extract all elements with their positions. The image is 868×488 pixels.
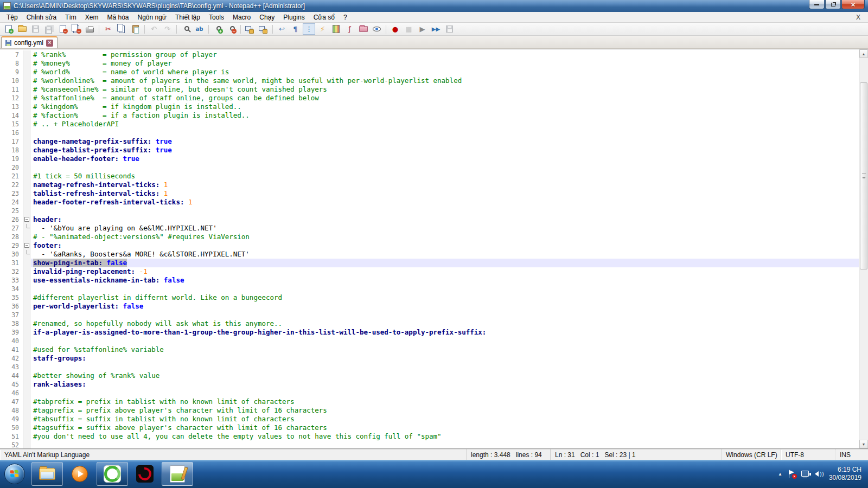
- code-line-19[interactable]: 19enable-header-footer: true: [0, 155, 859, 163]
- code-line-52[interactable]: 52: [0, 441, 859, 448]
- zoom-in-icon[interactable]: +: [212, 23, 224, 35]
- code-line-10[interactable]: 10# %worldonline% = amount of players in…: [0, 76, 859, 85]
- vertical-scrollbar[interactable]: ▲ ▼: [859, 49, 868, 448]
- find-icon[interactable]: [180, 23, 192, 35]
- taskbar-button-windows-explorer[interactable]: [31, 462, 63, 486]
- tab-config-yml[interactable]: config.yml ×: [1, 36, 58, 48]
- save-file-icon[interactable]: [29, 23, 42, 35]
- code-line-26[interactable]: 26header:: [0, 215, 859, 224]
- code-line-11[interactable]: 11# %canseeonline% = similar to online, …: [0, 85, 859, 94]
- taskbar-button-notepad-plus-plus[interactable]: [162, 462, 193, 486]
- menu-item[interactable]: Plugins: [279, 12, 309, 22]
- macro-run-multiple-icon[interactable]: ▶▶: [430, 23, 442, 35]
- menu-item[interactable]: Tệp: [2, 12, 22, 22]
- menu-item[interactable]: ?: [339, 12, 352, 22]
- code-line-14[interactable]: 14# %faction% = if a faction plugin is i…: [0, 111, 859, 120]
- minimize-button[interactable]: [809, 0, 825, 9]
- indent-guide-icon[interactable]: ⋮: [303, 23, 315, 35]
- code-line-25[interactable]: 25: [0, 207, 859, 215]
- menu-item[interactable]: Xem: [81, 12, 103, 22]
- code-line-42[interactable]: 42staff-groups:: [0, 354, 859, 363]
- taskbar-button-windows-media-player[interactable]: [64, 462, 95, 486]
- document-map-icon[interactable]: [330, 23, 342, 35]
- undo-icon[interactable]: ↶: [148, 23, 160, 35]
- code-line-50[interactable]: 50#tagsuffix = suffix above player's cha…: [0, 423, 859, 432]
- paste-icon[interactable]: [129, 23, 142, 35]
- code-line-23[interactable]: 23tablist-refresh-interval-ticks: 1: [0, 189, 859, 198]
- code-line-13[interactable]: 13# %kingdom% = if kingdom plugin is ins…: [0, 102, 859, 111]
- print-icon[interactable]: [84, 23, 96, 35]
- code-line-51[interactable]: 51#you don't need to use all 4, you can …: [0, 432, 859, 441]
- scrollbar-thumb[interactable]: [860, 82, 867, 269]
- code-line-7[interactable]: 7# %rank% = permission group of player: [0, 50, 859, 59]
- close-all-icon[interactable]: −: [70, 23, 82, 35]
- sync-horizontal-scroll-icon[interactable]: [257, 23, 270, 35]
- code-line-46[interactable]: 46: [0, 389, 859, 397]
- save-all-icon[interactable]: [43, 23, 55, 35]
- code-line-15[interactable]: 15# .. + PlaceholderAPI: [0, 120, 859, 129]
- replace-icon[interactable]: ab: [193, 23, 206, 35]
- code-line-43[interactable]: 43: [0, 363, 859, 371]
- folder-as-workspace-icon[interactable]: [357, 23, 369, 35]
- zoom-out-icon[interactable]: −: [225, 23, 238, 35]
- macro-stop-icon[interactable]: ■: [403, 23, 415, 35]
- code-line-39[interactable]: 39if-a-player-is-assigned-to-more-than-1…: [0, 328, 859, 337]
- menu-item[interactable]: Tìm: [61, 12, 81, 22]
- taskbar-button-coc-coc-browser[interactable]: [97, 462, 128, 486]
- close-file-icon[interactable]: −: [56, 23, 69, 35]
- fold-marker-icon[interactable]: [23, 241, 31, 250]
- code-line-28[interactable]: 28# - "%animated-object:versions%" #requ…: [0, 233, 859, 241]
- copy-icon[interactable]: [116, 23, 128, 35]
- code-line-12[interactable]: 12# %staffonline% = amount of staff onli…: [0, 94, 859, 102]
- code-line-17[interactable]: 17change-nametag-prefix-suffix: true: [0, 137, 859, 146]
- menu-item[interactable]: Mã hóa: [103, 12, 133, 22]
- code-line-47[interactable]: 47#tabprefix = prefix in tablist with no…: [0, 397, 859, 406]
- macro-save-icon[interactable]: [443, 23, 456, 35]
- sync-vertical-scroll-icon[interactable]: [244, 23, 256, 35]
- new-file-icon[interactable]: +: [2, 23, 15, 35]
- redo-icon[interactable]: ↷: [161, 23, 174, 35]
- open-file-icon[interactable]: [16, 23, 28, 35]
- code-line-16[interactable]: 16: [0, 129, 859, 137]
- fold-marker-icon[interactable]: [23, 215, 31, 224]
- restore-button[interactable]: [825, 0, 841, 9]
- menu-item[interactable]: Ngôn ngữ: [133, 12, 170, 22]
- code-line-45[interactable]: 45rank-aliases:: [0, 380, 859, 389]
- code-line-33[interactable]: 33use-essentials-nickname-in-tab: false: [0, 276, 859, 285]
- code-line-27[interactable]: 27 - '&bYou are playing on &e&lMC.HYPIXE…: [0, 224, 859, 233]
- tab-close-icon[interactable]: ×: [46, 40, 53, 47]
- menu-item[interactable]: Chỉnh sửa: [22, 12, 61, 22]
- macro-play-icon[interactable]: ▶: [416, 23, 429, 35]
- code-line-49[interactable]: 49#tabsuffix = suffix in tablist with no…: [0, 415, 859, 423]
- define-language-icon[interactable]: ⚡: [316, 23, 329, 35]
- code-line-9[interactable]: 9# %world% = name of world where player …: [0, 68, 859, 76]
- scroll-down-icon[interactable]: ▼: [859, 440, 868, 448]
- code-line-18[interactable]: 18change-tablist-prefix-suffix: true: [0, 146, 859, 155]
- code-line-34[interactable]: 34: [0, 285, 859, 293]
- code-line-41[interactable]: 41#used for %staffonline% variable: [0, 345, 859, 354]
- code-line-31[interactable]: 31show-ping-in-tab: false: [0, 259, 859, 267]
- code-line-48[interactable]: 48#tagprefix = prefix above player's cha…: [0, 406, 859, 415]
- code-line-32[interactable]: 32invalid-ping-replacement: -1: [0, 267, 859, 276]
- code-line-36[interactable]: 36per-world-playerlist: false: [0, 302, 859, 311]
- code-line-38[interactable]: 38#renamed, so hopefully nobody will ask…: [0, 319, 859, 328]
- code-line-29[interactable]: 29footer:: [0, 241, 859, 250]
- menu-item[interactable]: Macro: [228, 12, 255, 22]
- taskbar-button-garena[interactable]: [129, 462, 161, 486]
- clock[interactable]: 6:19 CH 30/08/2019: [829, 466, 861, 482]
- code-line-21[interactable]: 21#1 tick = 50 milliseconds: [0, 172, 859, 181]
- code-line-35[interactable]: 35#different playerlist in differnt worl…: [0, 293, 859, 302]
- macro-record-icon[interactable]: ●: [389, 23, 401, 35]
- code-area[interactable]: 7# %rank% = permission group of player8#…: [0, 49, 859, 448]
- code-line-24[interactable]: 24header-footer-refresh-interval-ticks: …: [0, 198, 859, 207]
- cut-icon[interactable]: ✂: [102, 23, 114, 35]
- menu-item[interactable]: Chạy: [255, 12, 279, 22]
- code-line-40[interactable]: 40: [0, 337, 859, 345]
- code-line-8[interactable]: 8# %money% = money of player: [0, 59, 859, 68]
- menu-item[interactable]: Thiết lập: [171, 12, 205, 22]
- code-line-20[interactable]: 20: [0, 163, 859, 172]
- volume-icon[interactable]: )): [815, 471, 824, 477]
- menubar-close-icon[interactable]: X: [851, 14, 866, 21]
- show-all-characters-icon[interactable]: ¶: [289, 23, 302, 35]
- network-icon[interactable]: [801, 470, 809, 478]
